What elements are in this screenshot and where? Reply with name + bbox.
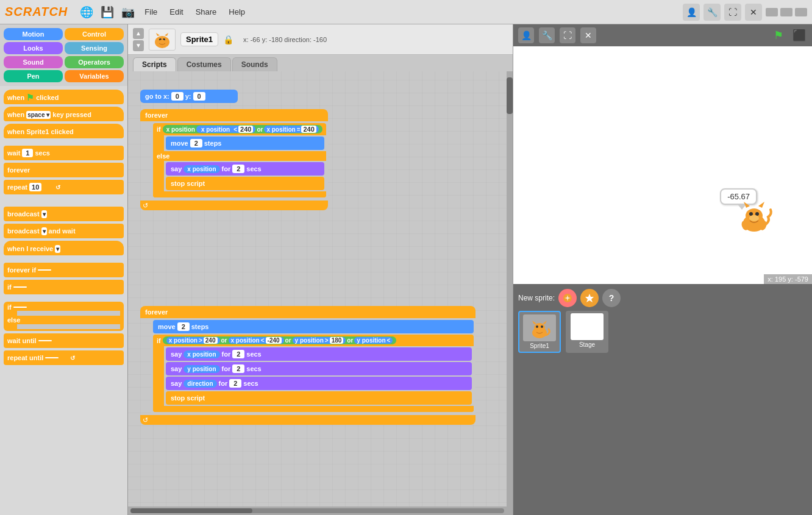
forever-text: forever: [7, 166, 30, 174]
stage-y-val: -579: [795, 275, 808, 283]
category-operators[interactable]: Operators: [65, 56, 124, 68]
block-when-key-pressed[interactable]: when space ▾ key pressed: [4, 107, 124, 121]
forever-block-1[interactable]: forever if x position x position: [140, 109, 328, 210]
move2-steps[interactable]: 2: [177, 322, 190, 331]
new-sprite-question-btn[interactable]: ?: [602, 289, 621, 307]
block-when-sprite-clicked[interactable]: when Sprite1 clicked: [4, 124, 124, 138]
when-text: when: [7, 94, 24, 101]
goto-x-val[interactable]: 0: [171, 92, 183, 101]
camera-icon[interactable]: 📷: [121, 5, 135, 19]
broadcast-dropdown[interactable]: ▾: [41, 210, 47, 218]
h-scrollbar-thumb[interactable]: [130, 508, 252, 513]
layout-1-icon[interactable]: [766, 8, 778, 16]
tab-scripts[interactable]: Scripts: [133, 57, 176, 71]
if-oval[interactable]: [13, 286, 27, 288]
scripts-canvas[interactable]: go to x: 0 y: 0 forever if: [128, 71, 513, 515]
goto-y-val[interactable]: 0: [193, 92, 205, 101]
stage-settings-icon[interactable]: 🔧: [539, 27, 555, 43]
block-wait-until[interactable]: wait until: [4, 333, 124, 348]
block-when-receive[interactable]: when I receive ▾: [4, 241, 124, 255]
block-forever[interactable]: forever: [4, 163, 124, 177]
category-looks[interactable]: Looks: [4, 42, 63, 54]
sprite-nav-down[interactable]: ▼: [133, 40, 144, 51]
stage-sprite[interactable]: [733, 193, 775, 235]
say2x-secs-val[interactable]: 2: [232, 350, 244, 358]
block-broadcast-wait[interactable]: broadcast ▾ and wait: [4, 224, 124, 238]
new-sprite-star-btn[interactable]: [580, 289, 599, 307]
else-text: else: [7, 316, 120, 324]
green-flag-button[interactable]: ⚑: [771, 27, 786, 43]
help-menu[interactable]: Help: [226, 6, 248, 18]
new-sprite-paint-btn[interactable]: [558, 289, 577, 307]
repeat-input[interactable]: 10: [29, 183, 41, 191]
sprite-nav-up[interactable]: ▲: [133, 28, 144, 39]
lock-icon[interactable]: 🔒: [223, 35, 233, 44]
block-if-else-container[interactable]: if else: [4, 302, 124, 331]
layout-icons: [766, 8, 807, 16]
stage-expand-icon[interactable]: ⛶: [560, 27, 575, 43]
block-broadcast[interactable]: broadcast ▾: [4, 207, 124, 221]
sprite-name[interactable]: Sprite1: [180, 32, 218, 46]
category-variables[interactable]: Variables: [65, 70, 124, 82]
fullscreen-icon[interactable]: ⛶: [724, 4, 741, 21]
settings-icon[interactable]: 🔧: [703, 4, 721, 21]
sprite-card-sprite1[interactable]: Sprite1: [518, 311, 561, 353]
globe-icon[interactable]: 🌐: [80, 5, 93, 19]
block-wait-secs[interactable]: wait 1 secs: [4, 146, 124, 160]
block-if[interactable]: if: [4, 280, 124, 294]
category-pen[interactable]: Pen: [4, 70, 63, 82]
wait-input[interactable]: 1: [22, 149, 33, 157]
if-else-oval[interactable]: [13, 307, 27, 308]
category-sound[interactable]: Sound: [4, 56, 63, 68]
goto-block[interactable]: go to x: 0 y: 0: [140, 90, 238, 103]
tab-sounds[interactable]: Sounds: [232, 57, 277, 71]
category-control[interactable]: Control: [65, 28, 124, 40]
profile-icon[interactable]: 👤: [683, 4, 700, 21]
block-forever-if[interactable]: forever if: [4, 263, 124, 277]
stage-card[interactable]: Stage: [566, 311, 608, 353]
forever2-arrow: ↺: [143, 416, 148, 424]
stage-controls: 👤 🔧 ⛶ ✕ ⚑ ⬛: [513, 24, 812, 46]
forever2-header: forever: [145, 308, 168, 316]
wait-until-oval[interactable]: [38, 340, 52, 341]
say2x-text: say: [171, 350, 182, 358]
category-motion[interactable]: Motion: [4, 28, 63, 40]
say2d-secs-val[interactable]: 2: [229, 379, 241, 388]
tab-costumes[interactable]: Costumes: [177, 57, 231, 71]
block-when-flag-clicked[interactable]: when ⚑ clicked: [4, 90, 124, 104]
and-wait-text: and wait: [49, 227, 76, 235]
say2y-secs-val[interactable]: 2: [232, 364, 244, 373]
key-dropdown[interactable]: space ▾: [26, 111, 51, 119]
forever-block-2[interactable]: forever move 2 steps if: [140, 306, 475, 425]
stage-user-icon[interactable]: 👤: [518, 27, 534, 43]
edit-menu[interactable]: Edit: [167, 6, 185, 18]
sprite-thumbnail: [149, 29, 176, 51]
say1-secs-val[interactable]: 2: [232, 165, 244, 173]
forever2-footer: ↺: [140, 415, 475, 425]
receive-dropdown[interactable]: ▾: [55, 245, 60, 253]
forever1-footer: ↺: [140, 201, 328, 210]
forever-if-oval[interactable]: [38, 269, 51, 271]
v-scrollbar-thumb[interactable]: [507, 77, 513, 114]
stage-x-val: 195: [775, 275, 786, 283]
block-repeat-until[interactable]: repeat until ↺: [4, 350, 124, 365]
red-stop-button[interactable]: ⬛: [791, 27, 807, 43]
menubar: SCRATCH 🌐 💾 📷 File Edit Share Help 👤 🔧 ⛶…: [0, 0, 812, 24]
h-scrollbar-track[interactable]: [130, 508, 504, 513]
broadcast-wait-dropdown[interactable]: ▾: [41, 227, 47, 235]
repeat-until-oval[interactable]: [45, 357, 59, 358]
svg-point-9: [749, 215, 759, 221]
layout-2-icon[interactable]: [780, 8, 792, 16]
h-scrollbar[interactable]: [128, 506, 507, 515]
file-menu[interactable]: File: [142, 6, 160, 18]
block-repeat[interactable]: repeat 10 ↺: [4, 180, 124, 194]
save-icon[interactable]: 💾: [101, 5, 114, 19]
stage-close-icon[interactable]: ✕: [580, 27, 596, 43]
layout-3-icon[interactable]: [795, 8, 807, 16]
v-scrollbar[interactable]: [507, 71, 513, 515]
move1-steps[interactable]: 2: [190, 139, 202, 147]
share-menu[interactable]: Share: [193, 6, 219, 18]
resize-icon[interactable]: ✕: [745, 4, 762, 21]
clicked-text: clicked: [36, 94, 59, 101]
category-sensing[interactable]: Sensing: [65, 42, 124, 54]
